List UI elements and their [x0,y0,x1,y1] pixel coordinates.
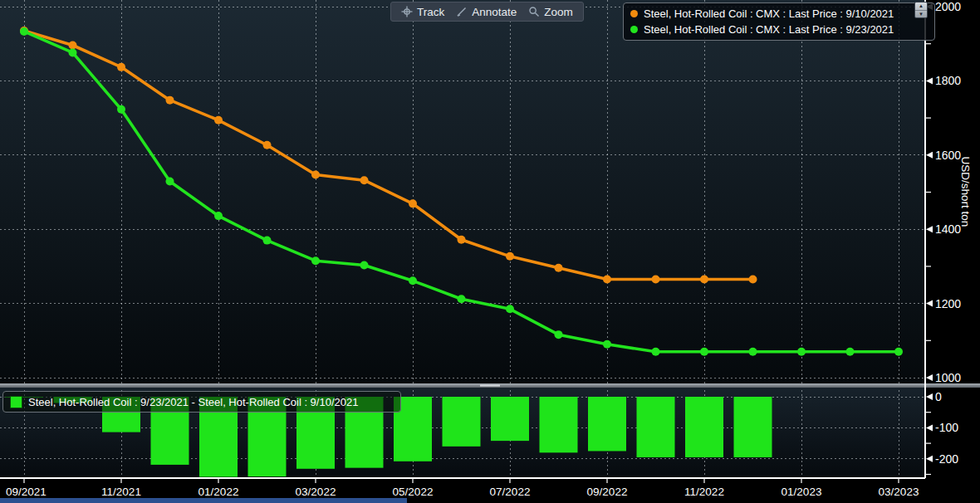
zoom-button[interactable]: Zoom [528,6,573,18]
data-point-09/2022 [603,276,611,284]
tick-arrow-icon [926,456,933,462]
annotate-button[interactable]: Annotate [456,6,517,18]
spread-bar-11/2022 [685,397,723,457]
scroll-up-button[interactable]: ▲ [915,2,927,11]
spread-bar-08/2022 [540,397,578,452]
spread-bar-09/2022 [588,397,626,451]
data-point-01/2023 [797,348,806,356]
tick-arrow-icon [926,374,933,381]
legend-row-9-23: Steel, Hot-Rolled Coil : CMX : Last Pric… [630,22,928,37]
y-tick-label-2000: 2000 [935,0,961,13]
legend-label-9-23: Steel, Hot-Rolled Coil : CMX : Last Pric… [644,23,894,36]
annotate-label: Annotate [472,6,517,18]
x-tick-label-11/2021: 11/2021 [101,486,141,498]
y-axis-title: USD/short ton [959,157,972,227]
track-label: Track [417,6,444,18]
track-button[interactable]: Track [401,6,444,18]
data-point-02/2022 [263,237,272,245]
tick-arrow-icon [926,226,933,232]
x-axis-ticks: 09/202111/202101/202203/202205/202207/20… [6,478,919,498]
data-point-02/2022 [263,141,272,149]
data-point-02/2023 [846,348,855,356]
tick-arrow-icon [926,77,933,84]
data-point-12/2022 [749,348,757,356]
tick-arrow-icon [926,300,933,307]
legend-row-9-10: Steel, Hot-Rolled Coil : CMX : Last Pric… [630,6,928,22]
data-point-01/2022 [214,212,223,220]
spread-bar-06/2022 [443,397,481,447]
y-tick-label--200: -200 [935,452,958,466]
y-tick-label-1000: 1000 [935,371,961,384]
orange-series-dot-icon [630,10,638,17]
zoom-label: Zoom [544,6,573,18]
data-point-03/2022 [311,170,320,178]
divider-grip-icon[interactable] [480,385,500,387]
legend-label-9-10: Steel, Hot-Rolled Coil : CMX : Last Pric… [644,7,894,20]
data-point-10/2021 [69,48,77,56]
spread-bar-07/2022 [491,397,529,441]
tick-arrow-icon [926,424,933,431]
spread-legend[interactable]: Steel, Hot-Rolled Coil : 9/23/2021 - Ste… [2,391,401,413]
y-axis-ticks: 2000180016001400120010000-100-200 [925,0,961,475]
data-point-08/2022 [555,264,563,272]
x-tick-label-05/2022: 05/2022 [393,486,434,498]
data-point-10/2022 [652,276,660,284]
triangle-down-icon: ▼ [919,12,924,17]
crosshair-track-icon [401,6,413,17]
data-point-12/2021 [166,178,174,186]
scroll-down-button[interactable]: ▼ [915,11,927,18]
x-tick-label-01/2022: 01/2022 [198,486,239,498]
spread-bar-12/2022 [734,397,772,457]
data-point-08/2022 [555,330,563,339]
green-bar-swatch-icon [10,396,22,408]
data-point-09/2022 [603,340,611,349]
data-point-12/2022 [749,276,757,284]
chart-toolbar: Track Annotate Zoom [390,2,584,22]
pencil-annotate-icon [456,6,468,17]
data-point-11/2021 [117,63,125,71]
x-tick-label-09/2021: 09/2021 [6,486,47,498]
y-tick-label-0: 0 [935,390,942,403]
x-tick-label-11/2022: 11/2022 [684,486,724,498]
y-tick-label-1800: 1800 [935,74,961,87]
futures-curve-chart[interactable]: 2000180016001400120010000-100-20009/2021… [0,0,980,503]
triangle-up-icon: ▲ [919,3,924,8]
data-point-11/2022 [700,348,708,356]
data-point-06/2022 [458,236,466,244]
data-point-07/2022 [506,252,514,261]
bottom-scrollbar[interactable] [0,498,407,503]
x-tick-label-09/2022: 09/2022 [587,486,628,498]
data-point-11/2021 [117,105,125,114]
y-tick-label-1200: 1200 [935,297,961,310]
data-point-05/2022 [409,199,417,208]
data-point-04/2022 [360,261,369,270]
data-point-07/2022 [506,305,514,313]
spread-legend-label: Steel, Hot-Rolled Coil : 9/23/2021 - Ste… [28,396,358,408]
x-tick-label-01/2023: 01/2023 [782,486,822,498]
data-point-12/2021 [166,96,174,105]
data-point-10/2022 [652,348,660,356]
price-series-legend[interactable]: Steel, Hot-Rolled Coil : CMX : Last Pric… [623,2,935,41]
data-point-05/2022 [409,276,417,285]
data-point-04/2022 [360,176,369,184]
magnifier-zoom-icon [528,6,540,17]
y-tick-label-1400: 1400 [935,222,961,236]
green-series-dot-icon [630,26,638,33]
chart-window: 2000180016001400120010000-100-20009/2021… [0,0,980,503]
data-point-09/2021 [20,27,28,36]
data-point-03/2023 [894,348,903,356]
data-point-11/2022 [700,276,708,284]
legend-scroll-spinner: ▲ ▼ [914,2,928,18]
y-tick-label--100: -100 [935,421,958,434]
main-panel-background[interactable] [0,0,925,383]
tick-arrow-icon [926,393,933,400]
y-tick-label-1600: 1600 [935,149,961,162]
data-point-01/2022 [214,116,223,125]
tick-arrow-icon [926,152,933,159]
x-tick-label-03/2023: 03/2023 [879,486,919,498]
x-tick-label-07/2022: 07/2022 [490,486,531,498]
data-point-03/2022 [311,256,320,265]
x-tick-label-03/2022: 03/2022 [296,486,336,498]
data-point-10/2021 [69,41,77,49]
spread-bar-10/2022 [637,397,675,457]
